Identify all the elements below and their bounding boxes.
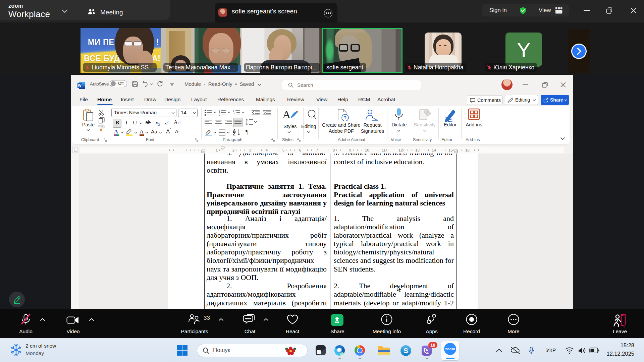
svg-text:3: 3 — [219, 114, 220, 116]
svg-text:1: 1 — [233, 110, 234, 112]
svg-text:W: W — [78, 83, 82, 87]
svg-text:i: i — [235, 114, 235, 116]
svg-text:x: x — [372, 115, 374, 119]
svg-text:1: 1 — [219, 110, 220, 112]
